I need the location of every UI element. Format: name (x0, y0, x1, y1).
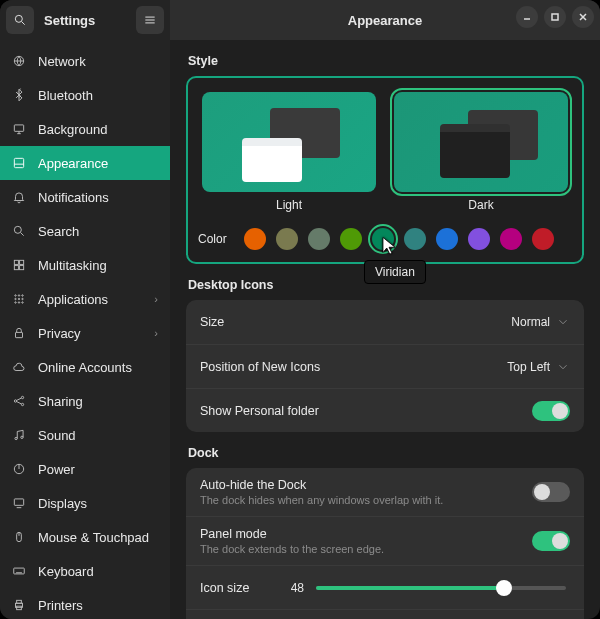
sidebar-item-multitasking[interactable]: Multitasking (0, 248, 170, 282)
svg-point-22 (15, 437, 17, 439)
sidebar-item-sound[interactable]: Sound (0, 418, 170, 452)
personal-folder-switch[interactable] (532, 401, 570, 421)
color-swatch-olive[interactable] (340, 228, 362, 250)
color-swatch-sage[interactable] (308, 228, 330, 250)
bell-icon (12, 190, 26, 204)
page-title: Appearance (348, 13, 422, 28)
search-icon (12, 224, 26, 238)
search-button[interactable] (6, 6, 34, 34)
sidebar-item-power[interactable]: Power (0, 452, 170, 486)
slider-thumb[interactable] (496, 580, 512, 596)
panelmode-switch[interactable] (532, 531, 570, 551)
row-personal-folder: Show Personal folder (186, 388, 584, 432)
share-icon (12, 394, 26, 408)
color-swatch-red[interactable] (532, 228, 554, 250)
sidebar-item-applications[interactable]: Applications› (0, 282, 170, 316)
row-autohide-label: Auto-hide the Dock (200, 478, 532, 492)
sidebar-item-label: Power (38, 462, 75, 477)
sidebar-item-printers[interactable]: Printers (0, 588, 170, 619)
color-swatch-purple[interactable] (468, 228, 490, 250)
sidebar-item-sharing[interactable]: Sharing (0, 384, 170, 418)
main-header: Appearance (170, 0, 600, 40)
row-panelmode: Panel mode The dock extends to the scree… (186, 516, 584, 565)
theme-card-dark[interactable]: Dark (390, 88, 572, 216)
chevron-right-icon: › (154, 293, 158, 305)
maximize-button[interactable] (544, 6, 566, 28)
globe-icon (12, 54, 26, 68)
color-swatch-prussian[interactable] (404, 228, 426, 250)
sidebar-item-notifications[interactable]: Notifications (0, 180, 170, 214)
svg-rect-25 (14, 499, 23, 505)
sidebar-item-label: Sharing (38, 394, 83, 409)
theme-label: Light (276, 198, 302, 212)
svg-point-13 (18, 298, 19, 299)
mouse-icon (12, 530, 26, 544)
row-panelmode-label: Panel mode (200, 527, 532, 541)
svg-rect-30 (17, 606, 22, 610)
theme-card-light[interactable]: Light (198, 88, 380, 216)
svg-rect-8 (20, 266, 24, 270)
row-autohide-sub: The dock hides when any windows overlap … (200, 494, 532, 506)
color-swatch-magenta[interactable] (500, 228, 522, 250)
svg-rect-18 (16, 332, 23, 337)
sidebar-item-bluetooth[interactable]: Bluetooth (0, 78, 170, 112)
sidebar-item-background[interactable]: Background (0, 112, 170, 146)
sidebar-item-label: Online Accounts (38, 360, 132, 375)
svg-point-17 (22, 302, 23, 303)
sidebar-item-label: Bluetooth (38, 88, 93, 103)
sidebar-item-label: Background (38, 122, 107, 137)
close-icon (578, 12, 588, 22)
iconsize-slider[interactable] (316, 586, 566, 590)
sidebar-item-appearance[interactable]: Appearance (0, 146, 170, 180)
power-icon (12, 462, 26, 476)
row-size-value: Normal (511, 315, 550, 329)
autohide-switch[interactable] (532, 482, 570, 502)
main-pane: Appearance Style LightDark Color Vi (170, 0, 600, 619)
sidebar-item-network[interactable]: Network (0, 44, 170, 78)
svg-point-4 (14, 226, 21, 233)
sidebar-item-label: Privacy (38, 326, 81, 341)
row-showon[interactable]: Show on Primary Display (1) (186, 609, 584, 619)
chevron-right-icon: › (154, 327, 158, 339)
sidebar-item-search[interactable]: Search (0, 214, 170, 248)
sidebar-item-label: Search (38, 224, 79, 239)
cursor-icon (380, 236, 398, 254)
settings-window: Settings NetworkBluetoothBackgroundAppea… (0, 0, 600, 619)
sidebar-item-privacy[interactable]: Privacy› (0, 316, 170, 350)
chevron-down-icon (556, 315, 570, 329)
svg-rect-3 (14, 158, 23, 167)
row-position[interactable]: Position of New Icons Top Left (186, 344, 584, 388)
window-controls (516, 6, 594, 28)
slider-fill (316, 586, 504, 590)
color-swatch-viridian[interactable]: Viridian (372, 228, 394, 250)
hamburger-button[interactable] (136, 6, 164, 34)
svg-point-12 (15, 298, 16, 299)
minimize-button[interactable] (516, 6, 538, 28)
bluetooth-icon (12, 88, 26, 102)
app-title: Settings (40, 13, 130, 28)
row-size[interactable]: Size Normal (186, 300, 584, 344)
svg-rect-32 (552, 14, 558, 20)
style-section-title: Style (188, 54, 582, 68)
color-swatch-bark[interactable] (276, 228, 298, 250)
color-swatch-orange[interactable] (244, 228, 266, 250)
sidebar-item-displays[interactable]: Displays (0, 486, 170, 520)
close-button[interactable] (572, 6, 594, 28)
row-iconsize: Icon size 48 (186, 565, 584, 609)
sidebar-item-online-accounts[interactable]: Online Accounts (0, 350, 170, 384)
svg-point-20 (14, 400, 16, 402)
content: Style LightDark Color Viridian Desktop I… (170, 40, 600, 619)
color-swatch-blue[interactable] (436, 228, 458, 250)
sidebar-item-label: Keyboard (38, 564, 94, 579)
row-autohide: Auto-hide the Dock The dock hides when a… (186, 468, 584, 516)
svg-point-11 (22, 295, 23, 296)
sidebar-item-mouse-touchpad[interactable]: Mouse & Touchpad (0, 520, 170, 554)
row-panelmode-sub: The dock extends to the screen edge. (200, 543, 532, 555)
apps-icon (12, 292, 26, 306)
sidebar-item-label: Network (38, 54, 86, 69)
svg-rect-6 (20, 260, 24, 264)
sidebar-item-keyboard[interactable]: Keyboard (0, 554, 170, 588)
svg-point-10 (18, 295, 19, 296)
svg-point-15 (15, 302, 16, 303)
row-position-value: Top Left (507, 360, 550, 374)
